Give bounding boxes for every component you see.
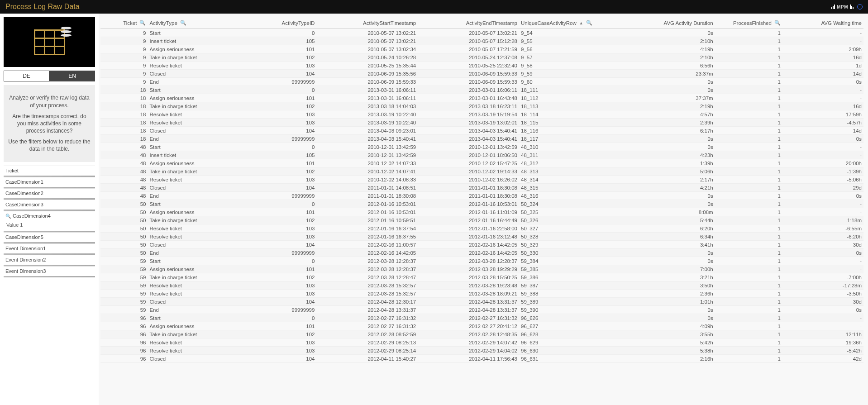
table-row[interactable]: 59Resolve ticket1032012-03-28 15:32:5720…	[100, 281, 863, 290]
cell-fin: 1	[715, 53, 782, 62]
cell-ucar: 50_330	[519, 249, 620, 257]
cell-wait: -1:18m	[782, 216, 863, 224]
cell-end: 2012-02-29 14:07:42	[418, 338, 519, 347]
filter-ticket[interactable]: Ticket	[4, 166, 95, 177]
col-header-activityTypeId[interactable]: ActivityTypeID	[235, 17, 316, 29]
cell-activityTypeId: 99999999	[235, 192, 316, 200]
cell-ticket: 96	[100, 314, 148, 322]
filter-casedimension5[interactable]: CaseDimension5	[4, 232, 95, 243]
filter-event-dimension1[interactable]: Event Dimension1	[4, 243, 95, 255]
cell-ticket: 48	[100, 159, 148, 167]
table-row[interactable]: 59Resolve ticket1032012-03-28 15:32:5720…	[100, 290, 863, 298]
table-row[interactable]: 18Resolve ticket1032013-03-19 10:22:4020…	[100, 119, 863, 127]
filter-event-dimension2[interactable]: Event Dimension2	[4, 255, 95, 266]
logo-text: MPM	[837, 5, 848, 10]
table-row[interactable]: 9Start02010-05-07 13:02:212010-05-07 13:…	[100, 29, 863, 37]
table-row[interactable]: 96Take in charge ticket1022012-02-28 08:…	[100, 330, 863, 338]
table-row[interactable]: 96Start02012-02-27 16:31:322012-02-27 16…	[100, 314, 863, 322]
col-header-activityType[interactable]: ActivityType🔍	[148, 17, 235, 29]
table-row[interactable]: 48Assign seriousness1012010-12-02 14:07:…	[100, 159, 863, 167]
cell-wait: 16d	[782, 53, 863, 62]
table-row[interactable]: 18End999999992013-04-03 15:40:412013-04-…	[100, 135, 863, 143]
cell-dur: 2:36h	[620, 290, 715, 298]
cell-ticket: 48	[100, 151, 148, 159]
cell-ticket: 9	[100, 45, 148, 53]
cell-ucar: 48_311	[519, 151, 620, 159]
cell-activityTypeId: 103	[235, 62, 316, 70]
cell-end: 2012-01-16 11:01:09	[418, 208, 519, 216]
table-row[interactable]: 59Take in charge ticket1022012-03-28 12:…	[100, 273, 863, 281]
sort-asc-icon[interactable]: ▲	[579, 21, 583, 25]
filter-casedimension3[interactable]: CaseDimension3	[4, 200, 95, 211]
table-row[interactable]: 50Assign seriousness1012012-01-16 10:53:…	[100, 208, 863, 216]
cell-fin: 1	[715, 241, 782, 249]
col-header-dur[interactable]: AVG Activity Duration	[620, 17, 715, 29]
table-row[interactable]: 9End999999992010-06-09 15:59:332010-06-0…	[100, 78, 863, 86]
cell-start: 2012-03-28 12:28:47	[316, 273, 418, 281]
cell-start: 2011-01-01 18:30:08	[316, 192, 418, 200]
col-header-ucar[interactable]: UniqueCaseActivityRow▲🔍	[519, 17, 620, 29]
table-container[interactable]: Ticket🔍ActivityType🔍ActivityTypeIDActivi…	[99, 14, 868, 405]
table-row[interactable]: 96Assign seriousness1012012-02-27 16:31:…	[100, 322, 863, 330]
table-row[interactable]: 96Closed1042012-04-11 15:40:272012-04-11…	[100, 355, 863, 363]
table-row[interactable]: 9Resolve ticket1032010-05-25 15:35:44201…	[100, 62, 863, 70]
search-icon[interactable]: 🔍	[774, 20, 781, 26]
table-row[interactable]: 18Closed1042013-04-03 09:23:012013-04-03…	[100, 127, 863, 135]
table-row[interactable]: 9Take in charge ticket1022010-05-24 10:2…	[100, 53, 863, 62]
search-icon[interactable]: 🔍	[586, 20, 592, 26]
cell-activityType: Resolve ticket	[148, 233, 235, 241]
table-row[interactable]: 50Resolve ticket1032012-01-16 16:37:5420…	[100, 224, 863, 233]
table-row[interactable]: 18Take in charge ticket1022013-03-18 14:…	[100, 102, 863, 110]
table-row[interactable]: 50End999999992012-02-16 14:42:052012-02-…	[100, 249, 863, 257]
table-row[interactable]: 18Start02013-03-01 16:06:112013-03-01 16…	[100, 86, 863, 94]
search-icon[interactable]: 🔍	[180, 20, 186, 26]
filter-casedimension1[interactable]: CaseDimension1	[4, 177, 95, 188]
col-header-fin[interactable]: ProcessFinished🔍	[715, 17, 782, 29]
table-row[interactable]: 59Assign seriousness1012012-03-28 12:28:…	[100, 265, 863, 273]
table-row[interactable]: 50Take in charge ticket1022012-01-16 10:…	[100, 216, 863, 224]
cell-activityTypeId: 101	[235, 265, 316, 273]
cell-ticket: 48	[100, 184, 148, 192]
table-row[interactable]: 48Resolve ticket1032010-12-02 14:08:3320…	[100, 176, 863, 184]
table-row[interactable]: 48Closed1042011-01-01 14:08:512011-01-01…	[100, 184, 863, 192]
table-row[interactable]: 48Take in charge ticket1022010-12-02 14:…	[100, 167, 863, 176]
table-row[interactable]: 9Insert ticket1052010-05-07 13:02:212010…	[100, 37, 863, 45]
table-row[interactable]: 18Assign seriousness1012013-03-01 16:06:…	[100, 94, 863, 102]
col-header-start[interactable]: ActivityStartTimestamp	[316, 17, 418, 29]
table-row[interactable]: 59Start02012-03-28 12:28:372012-03-28 12…	[100, 257, 863, 265]
table-row[interactable]: 50Closed1042012-02-16 11:00:572012-02-16…	[100, 241, 863, 249]
table-row[interactable]: 59End999999992012-04-28 13:31:372012-04-…	[100, 306, 863, 314]
table-row[interactable]: 59Closed1042012-04-28 12:30:172012-04-28…	[100, 298, 863, 306]
cell-end: 2012-04-28 13:31:37	[418, 298, 519, 306]
cell-fin: 1	[715, 298, 782, 306]
filter-casedimension2[interactable]: CaseDimension2	[4, 188, 95, 200]
col-header-wait[interactable]: AVG Waiting time	[782, 17, 863, 29]
status-dot-icon[interactable]	[857, 4, 863, 10]
cell-activityType: Insert ticket	[148, 37, 235, 45]
table-body: 9Start02010-05-07 13:02:212010-05-07 13:…	[100, 29, 863, 363]
lang-en-button[interactable]: EN	[49, 71, 95, 81]
search-icon[interactable]: 🔍	[139, 20, 146, 26]
table-row[interactable]: 50Start02012-01-16 10:53:012012-01-16 10…	[100, 200, 863, 208]
cell-start: 2010-05-07 13:02:21	[316, 37, 418, 45]
col-header-end[interactable]: ActivityEndTimestamp	[418, 17, 519, 29]
table-row[interactable]: 96Resolve ticket1032012-02-29 08:25:1320…	[100, 338, 863, 347]
cell-activityTypeId: 104	[235, 127, 316, 135]
table-row[interactable]: 50Resolve ticket1032012-01-16 16:37:5520…	[100, 233, 863, 241]
filter-event-dimension3[interactable]: Event Dimension3	[4, 266, 95, 277]
filter-casedimension4[interactable]: CaseDimension4Value 1	[4, 211, 95, 232]
col-header-ticket[interactable]: Ticket🔍	[100, 17, 148, 29]
table-row[interactable]: 48Start02010-12-01 13:42:592010-12-01 13…	[100, 143, 863, 151]
table-row[interactable]: 9Assign seriousness1012010-05-07 13:02:3…	[100, 45, 863, 53]
cell-wait: -17:28m	[782, 281, 863, 290]
table-row[interactable]: 96Resolve ticket1032012-02-29 08:25:1420…	[100, 347, 863, 355]
table-row[interactable]: 48End999999992011-01-01 18:30:082011-01-…	[100, 192, 863, 200]
table-row[interactable]: 48Insert ticket1052010-12-01 13:42:59201…	[100, 151, 863, 159]
lang-de-button[interactable]: DE	[4, 71, 49, 81]
info-panel: Analyze or verify the raw log data of yo…	[4, 85, 95, 162]
table-row[interactable]: 18Resolve ticket1032013-03-19 10:22:4020…	[100, 110, 863, 119]
table-row[interactable]: 9Closed1042010-06-09 15:35:562010-06-09 …	[100, 70, 863, 78]
cell-activityTypeId: 101	[235, 45, 316, 53]
cell-dur: 5:44h	[620, 216, 715, 224]
cell-ucar: 59_385	[519, 265, 620, 273]
